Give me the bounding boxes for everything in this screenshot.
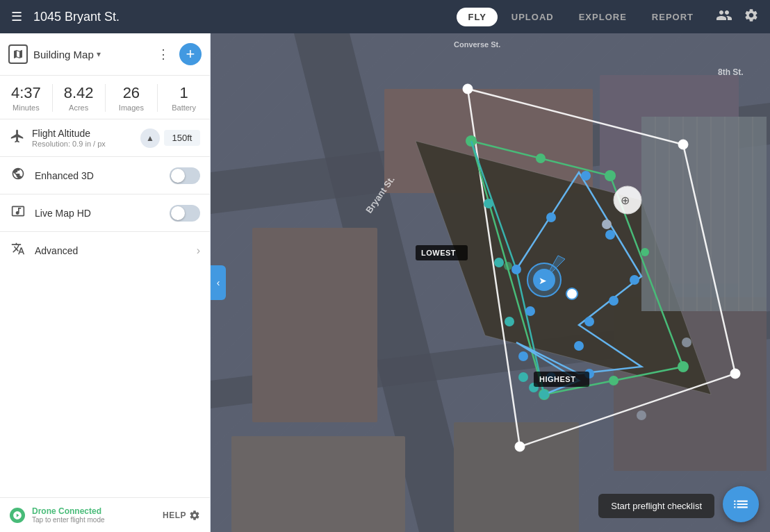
svg-rect-7 [252,228,377,422]
svg-point-59 [539,390,549,399]
add-button[interactable]: + [179,43,202,65]
drone-connected-indicator [10,508,25,523]
enhanced-3d-label: Enhanced 3D [35,170,161,181]
svg-point-43 [546,213,556,222]
settings-icon[interactable] [744,8,759,26]
svg-text:Converse St.: Converse St. [454,40,500,49]
live-map-hd-label: Live Map HD [35,208,161,219]
minutes-label: Minutes [13,103,40,112]
svg-point-40 [609,376,619,385]
stat-images: 26 Images [106,84,158,112]
svg-point-57 [518,372,528,382]
svg-point-70 [566,288,578,299]
svg-point-62 [637,410,646,420]
add-people-icon[interactable] [716,7,732,27]
svg-point-30 [678,140,688,149]
nav-title: 1045 Bryant St. [33,10,445,24]
svg-point-32 [515,442,525,451]
svg-text:⊕: ⊕ [621,194,630,206]
preflight-label: Start preflight checklist [611,501,702,511]
svg-point-29 [463,84,473,94]
help-button[interactable]: HELP [163,510,200,521]
svg-point-61 [682,338,691,347]
stat-minutes: 4:37 Minutes [0,84,53,112]
flight-altitude-controls: ▲ 150ft [140,128,200,148]
svg-rect-12 [454,422,579,532]
tab-fly[interactable]: FLY [457,8,497,26]
minutes-value: 4:37 [11,84,41,102]
help-label: HELP [163,510,186,520]
svg-point-46 [630,275,639,285]
enhanced-3d-icon [10,167,26,184]
flight-altitude-subtitle: Resolution: 0.9 in / px [32,140,133,148]
svg-point-52 [518,351,528,361]
flight-altitude-text: Flight Altitude Resolution: 0.9 in / px [32,128,133,148]
map-title-select[interactable]: Building Map ▾ [33,49,147,60]
advanced-row[interactable]: Advanced › [0,232,210,269]
svg-point-35 [605,170,616,181]
live-map-hd-icon [10,204,26,222]
live-map-hd-toggle[interactable] [170,205,200,222]
drone-status-title: Drone Connected [32,506,156,516]
drone-status[interactable]: Drone Connected Tap to enter flight mode [32,506,156,524]
tab-explore[interactable]: EXPLORE [568,8,638,26]
svg-point-36 [678,361,689,372]
more-options-button[interactable]: ⋮ [153,44,174,65]
svg-rect-11 [231,436,405,532]
collapse-sidebar-button[interactable]: ‹ [211,265,226,300]
nav-tabs: FLY UPLOAD EXPLORE REPORT [457,8,705,26]
battery-value: 1 [180,84,188,102]
svg-point-49 [574,341,584,351]
map-area[interactable]: Bryant St. 8th St. Converse St. [211,33,770,532]
acres-value: 8.42 [64,84,94,102]
svg-point-38 [536,153,546,163]
svg-point-47 [609,296,619,306]
sidebar: Building Map ▾ ⋮ + 4:37 Minutes 8.42 Acr… [0,33,211,532]
stat-acres: 8.42 Acres [53,84,106,112]
map-title-label: Building Map [33,49,94,60]
tab-report[interactable]: REPORT [641,8,705,26]
stat-battery: 1 Battery [158,84,210,112]
svg-text:8th St.: 8th St. [718,67,744,77]
svg-text:LOWEST: LOWEST [421,249,456,257]
images-label: Images [119,103,144,112]
flight-altitude-icon [10,128,25,147]
svg-point-39 [641,248,649,256]
svg-point-48 [584,317,594,326]
drone-status-subtitle: Tap to enter flight mode [32,516,156,524]
preflight-checklist-button[interactable]: Start preflight checklist [598,494,714,518]
svg-text:HIGHEST: HIGHEST [539,375,575,383]
svg-point-55 [494,258,504,267]
hamburger-menu-icon[interactable]: ☰ [11,9,22,24]
enhanced-3d-toggle[interactable] [170,167,200,184]
collapse-icon: ‹ [217,277,220,288]
sidebar-header: Building Map ▾ ⋮ + [0,33,210,76]
sidebar-footer: Drone Connected Tap to enter flight mode… [0,497,210,532]
live-map-hd-row: Live Map HD [0,194,210,232]
svg-point-42 [511,265,521,274]
acres-label: Acres [69,103,88,112]
svg-point-60 [602,219,612,229]
checklist-fab-button[interactable] [723,486,759,522]
svg-point-53 [525,306,535,316]
tab-upload[interactable]: UPLOAD [500,8,565,26]
nav-actions [716,7,759,27]
enhanced-3d-row: Enhanced 3D [0,157,210,194]
svg-point-54 [484,199,493,208]
images-value: 26 [123,84,140,102]
svg-point-41 [504,262,512,270]
advanced-chevron-icon: › [197,244,200,257]
map-type-icon [8,44,28,64]
main-area: Building Map ▾ ⋮ + 4:37 Minutes 8.42 Acr… [0,33,770,532]
flight-altitude-row: Flight Altitude Resolution: 0.9 in / px … [0,119,210,157]
flight-altitude-title: Flight Altitude [32,128,133,139]
altitude-up-button[interactable]: ▲ [140,128,160,148]
battery-label: Battery [172,103,196,112]
svg-point-45 [605,230,615,240]
altitude-value: 150ft [164,130,200,146]
svg-rect-15 [641,117,767,311]
advanced-label: Advanced [35,245,188,256]
svg-point-44 [581,171,591,181]
stats-row: 4:37 Minutes 8.42 Acres 26 Images 1 Batt… [0,76,210,119]
advanced-icon [10,242,26,259]
